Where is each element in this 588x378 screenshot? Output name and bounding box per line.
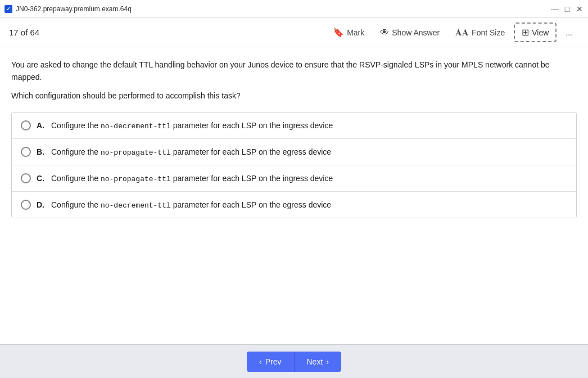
option-b-text: Configure the no-propagate-ttl parameter… (51, 147, 331, 157)
window-controls[interactable]: — □ ✕ (551, 5, 584, 13)
option-a-text: Configure the no-decrement-ttl parameter… (51, 121, 333, 130)
question-progress: 17 of 64 (9, 28, 39, 37)
view-label: View (532, 28, 549, 37)
option-c-text: Configure the no-propagate-ttl parameter… (51, 174, 333, 183)
view-button[interactable]: ⊞ View (514, 22, 557, 42)
eye-icon: 👁 (380, 28, 389, 38)
font-size-label: Font Size (472, 28, 505, 37)
bottom-nav: ‹ Prev Next › (0, 344, 588, 378)
next-button[interactable]: Next › (295, 352, 341, 372)
font-icon: 𝐀𝐀 (455, 28, 469, 38)
option-d-text: Configure the no-decrement-ttl parameter… (51, 200, 331, 210)
toolbar-actions: 🔖 Mark 👁 Show Answer 𝐀𝐀 Font Size ⊞ View… (326, 22, 579, 42)
prev-arrow-icon: ‹ (259, 357, 262, 366)
show-answer-label: Show Answer (392, 28, 440, 37)
option-c-label: C. (37, 174, 44, 183)
radio-b[interactable] (21, 147, 31, 157)
option-a[interactable]: A. Configure the no-decrement-ttl parame… (12, 112, 576, 139)
main-content: You are asked to change the default TTL … (0, 47, 588, 344)
more-button[interactable]: ... (559, 25, 579, 40)
font-size-button[interactable]: 𝐀𝐀 Font Size (449, 24, 512, 41)
mark-button[interactable]: 🔖 Mark (326, 24, 371, 41)
title-bar: ✓ JN0-362.prepaway.premium.exam.64q — □ … (0, 0, 588, 18)
option-b[interactable]: B. Configure the no-propagate-ttl parame… (12, 139, 576, 165)
mark-label: Mark (347, 28, 364, 37)
minimize-button[interactable]: — (551, 5, 559, 13)
option-d[interactable]: D. Configure the no-decrement-ttl parame… (12, 192, 576, 218)
radio-d[interactable] (21, 200, 31, 210)
question-body: You are asked to change the default TTL … (11, 58, 577, 84)
option-b-label: B. (37, 147, 44, 156)
option-d-label: D. (37, 200, 44, 209)
next-arrow-icon: › (326, 357, 329, 366)
close-button[interactable]: ✕ (576, 5, 584, 13)
show-answer-button[interactable]: 👁 Show Answer (373, 24, 446, 41)
option-a-label: A. (37, 121, 44, 130)
option-c[interactable]: C. Configure the no-propagate-ttl parame… (12, 165, 576, 192)
prev-button[interactable]: ‹ Prev (247, 352, 294, 372)
more-label: ... (566, 28, 572, 37)
window-title: JN0-362.prepaway.premium.exam.64q (16, 5, 132, 13)
options-container: A. Configure the no-decrement-ttl parame… (11, 112, 577, 218)
favicon-icon: ✓ (4, 5, 12, 13)
radio-c[interactable] (21, 173, 31, 183)
prev-label: Prev (265, 357, 282, 366)
bookmark-icon: 🔖 (333, 27, 344, 38)
title-bar-left: ✓ JN0-362.prepaway.premium.exam.64q (4, 5, 132, 13)
view-icon: ⊞ (522, 27, 529, 38)
next-label: Next (307, 357, 323, 366)
radio-a[interactable] (21, 120, 31, 130)
toolbar: 17 of 64 🔖 Mark 👁 Show Answer 𝐀𝐀 Font Si… (0, 18, 588, 47)
maximize-button[interactable]: □ (563, 5, 571, 13)
question-sub: Which configuration should be performed … (11, 89, 577, 102)
